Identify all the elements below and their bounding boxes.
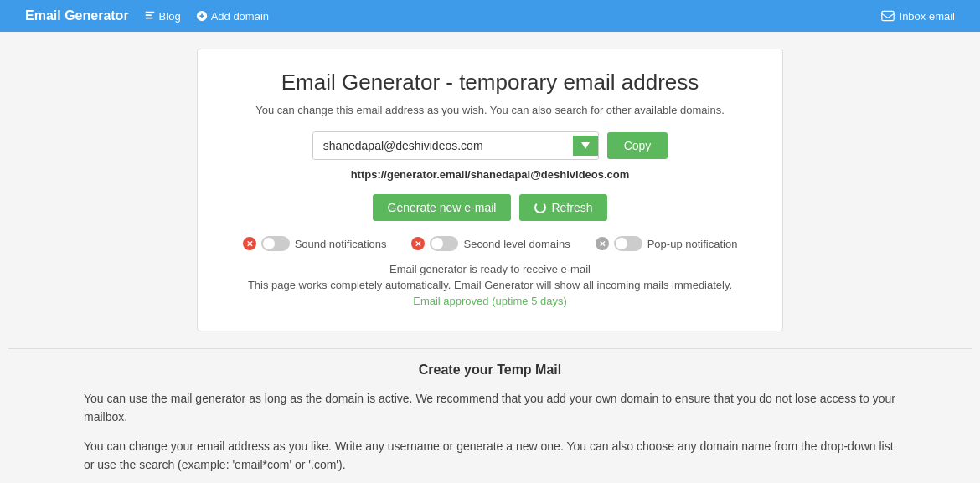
- popup-notification-toggle: ✕ Pop-up notification: [596, 236, 738, 251]
- refresh-button[interactable]: Refresh: [519, 194, 607, 221]
- app-title: Email Generator: [25, 8, 129, 23]
- blog-icon: [144, 10, 156, 22]
- toggle3-switch[interactable]: [614, 236, 642, 251]
- toggle3-label: Pop-up notification: [647, 238, 738, 250]
- main-content: Email Generator - temporary email addres…: [0, 32, 980, 483]
- section-divider: [8, 348, 972, 349]
- card-title: Email Generator - temporary email addres…: [223, 69, 757, 95]
- header: Email Generator Blog Add domain Inbox em…: [0, 0, 980, 32]
- email-row: Copy: [223, 131, 757, 160]
- email-dropdown-button[interactable]: [573, 136, 598, 156]
- card-subtitle: You can change this email address as you…: [223, 104, 757, 116]
- sound-notifications-toggle: ✕ Sound notifications: [243, 236, 387, 251]
- content-para1: You can use the mail generator as long a…: [84, 389, 896, 427]
- toggle1-x-icon: ✕: [243, 237, 256, 250]
- email-input-wrapper: [312, 131, 599, 160]
- header-left: Email Generator Blog Add domain: [25, 8, 269, 23]
- status-line1: Email generator is ready to receive e-ma…: [223, 263, 757, 275]
- status-line2: This page works completely automatically…: [223, 279, 757, 291]
- svg-rect-0: [881, 11, 893, 20]
- second-level-domains-toggle: ✕ Second level domains: [411, 236, 570, 251]
- toggle1-switch[interactable]: [261, 236, 290, 251]
- section-title: Create your Temp Mail: [84, 362, 896, 378]
- refresh-icon: [534, 202, 546, 213]
- toggle2-x-icon: ✕: [411, 237, 425, 250]
- action-buttons: Generate new e-mail Refresh: [223, 194, 757, 221]
- toggles-row: ✕ Sound notifications ✕ Second level dom…: [223, 236, 757, 251]
- toggle2-label: Second level domains: [463, 238, 570, 250]
- generator-url: https://generator.email/shanedapal@deshi…: [223, 168, 757, 181]
- blog-link[interactable]: Blog: [144, 10, 181, 23]
- content-para2: You can change your email address as you…: [84, 437, 896, 475]
- toggle3-x-icon: ✕: [596, 237, 609, 250]
- email-generator-card: Email Generator - temporary email addres…: [197, 49, 783, 331]
- email-input[interactable]: [313, 132, 573, 159]
- chevron-down-icon: [581, 142, 590, 149]
- copy-button[interactable]: Copy: [607, 132, 668, 159]
- inbox-link[interactable]: Inbox email: [881, 10, 955, 23]
- generate-button[interactable]: Generate new e-mail: [373, 194, 512, 221]
- add-domain-icon: [196, 10, 208, 22]
- content-area: Create your Temp Mail You can use the ma…: [75, 362, 905, 483]
- add-domain-link[interactable]: Add domain: [196, 10, 269, 23]
- toggle1-label: Sound notifications: [295, 238, 387, 250]
- toggle2-switch[interactable]: [430, 236, 458, 251]
- inbox-icon: [881, 10, 895, 22]
- approved-text: Email approved (uptime 5 days): [223, 295, 757, 307]
